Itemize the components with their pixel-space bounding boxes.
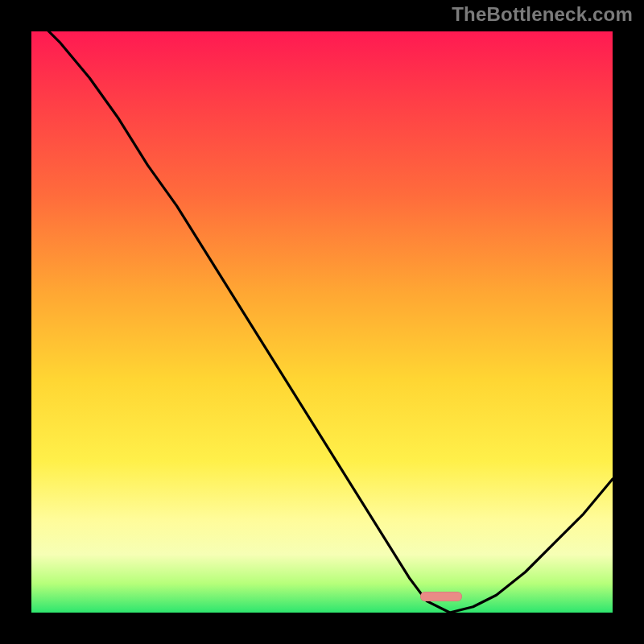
watermark-text: TheBottleneck.com	[452, 3, 633, 26]
chart-root: TheBottleneck.com	[0, 0, 644, 644]
plot-area	[31, 31, 613, 613]
bottleneck-curve	[31, 14, 613, 613]
optimal-marker	[420, 592, 462, 601]
curve-svg	[31, 31, 613, 613]
